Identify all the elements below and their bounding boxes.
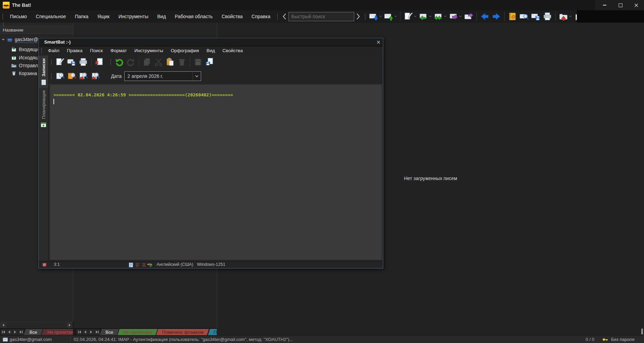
- list-tab-unread[interactable]: Не прочитано: [119, 329, 157, 335]
- export-to-file-button[interactable]: [204, 56, 215, 68]
- maximize-button[interactable]: [612, 0, 628, 10]
- spellcheck-icon: абв: [147, 262, 153, 268]
- move-to-folder-button[interactable]: [558, 11, 573, 22]
- smartbat-menu-tools[interactable]: Инструменты: [131, 46, 167, 55]
- toolbar-separator: [139, 58, 139, 67]
- smartbat-tab-scheduler[interactable]: Планировщик: [39, 88, 48, 130]
- save-note-button[interactable]: [66, 56, 77, 68]
- list-tab-parked[interactable]: Парков: [209, 329, 217, 335]
- menu-view[interactable]: Вид: [153, 10, 170, 23]
- print-note-button[interactable]: [77, 56, 89, 68]
- search-messages-button[interactable]: [518, 11, 530, 22]
- caret-position: 3:1: [54, 262, 60, 267]
- smartbat-menu-file[interactable]: Файл: [44, 46, 63, 55]
- new-message-button[interactable]: [402, 11, 418, 22]
- menu-tools[interactable]: Инструменты: [114, 10, 153, 23]
- search-forward-button[interactable]: [354, 12, 362, 21]
- reply-button[interactable]: [418, 11, 433, 22]
- quick-search-field[interactable]: [288, 12, 354, 21]
- get-mail-button[interactable]: [368, 11, 383, 22]
- delete-selection-button: [176, 56, 188, 68]
- folder-pane-hscrollbar[interactable]: [0, 322, 73, 329]
- note-page-icon: [41, 79, 47, 85]
- tab-next-button[interactable]: [12, 329, 18, 335]
- folder-tree-item-inbox[interactable]: Входящие: [11, 45, 41, 53]
- encoding-indicator[interactable]: Windows-1251: [197, 262, 225, 267]
- tab-last-button[interactable]: [94, 329, 100, 335]
- smartbat-date-select[interactable]: 2 апреля 2026 г.: [124, 71, 201, 81]
- menu-special[interactable]: Специальное: [32, 10, 71, 23]
- folder-tab-unread[interactable]: Не прочитано: [42, 329, 73, 335]
- paste-button[interactable]: [164, 56, 176, 68]
- trash-folder-icon: [11, 70, 17, 76]
- previous-message-button[interactable]: [479, 11, 491, 22]
- list-tab-flagged[interactable]: Помечено флажком: [157, 329, 208, 335]
- minimize-button[interactable]: [597, 0, 612, 10]
- password-status[interactable]: Без пароля: [611, 337, 634, 342]
- date-label: Дата: [111, 73, 122, 79]
- redirect-button[interactable]: [463, 11, 474, 22]
- smartbat-tab-notes[interactable]: Записки: [39, 56, 48, 88]
- smartbat-menu-search[interactable]: Поиск: [86, 46, 107, 55]
- combo-dropdown-button[interactable]: [193, 72, 201, 81]
- tab-prev-button[interactable]: [7, 329, 12, 335]
- minimize-icon: [603, 5, 606, 5]
- smartbat-menu-edit[interactable]: Правка: [63, 46, 86, 55]
- smartbat-menu-view[interactable]: Вид: [203, 46, 219, 55]
- page-arrow-right-magnifier-icon: [78, 71, 88, 81]
- view-tabs-row: Все Не прочитано Все Не прочитано Помече…: [0, 328, 217, 335]
- toolbar-empty-area: [577, 10, 644, 23]
- menu-workspace[interactable]: Рабочая область: [170, 10, 217, 23]
- tab-prev-button[interactable]: [83, 329, 88, 335]
- list-tab-all[interactable]: Все: [101, 329, 118, 335]
- send-mail-button[interactable]: [383, 11, 398, 22]
- tab-first-button[interactable]: [77, 329, 82, 335]
- new-note-button[interactable]: [54, 56, 66, 68]
- save-message-button[interactable]: [530, 11, 542, 22]
- main-menubar-toolbar: Письмо Специальное Папка Ящик Инструмент…: [0, 10, 644, 23]
- close-button[interactable]: [628, 0, 644, 10]
- toolbar-separator: [555, 12, 556, 21]
- reply-all-button[interactable]: [433, 11, 448, 22]
- scroll-right-button[interactable]: [66, 322, 72, 328]
- menu-options[interactable]: Свойства: [217, 10, 247, 23]
- find-button[interactable]: [54, 70, 66, 82]
- smartbat-note-editor[interactable]: >======< 02.04.2026 4:26:59 >===========…: [50, 84, 382, 260]
- tab-first-button[interactable]: [1, 329, 6, 335]
- menu-mailbox[interactable]: Ящик: [93, 10, 114, 23]
- tab-next-button[interactable]: [88, 329, 94, 335]
- copy-button: [141, 56, 153, 68]
- statusbar-account[interactable]: gas34ter@gmail.com: [10, 337, 52, 342]
- folder-column-header[interactable]: Название: [0, 26, 73, 34]
- find-in-all-notes-button[interactable]: [66, 70, 77, 82]
- preview-scrollbar-thumb[interactable]: [641, 329, 643, 334]
- search-back-button[interactable]: [280, 12, 288, 21]
- language-indicator[interactable]: Английский (США): [157, 262, 193, 267]
- smartbat-menu-options[interactable]: Свойства: [219, 46, 246, 55]
- smartbat-close-button[interactable]: [374, 38, 383, 46]
- folder-tree-item-trash[interactable]: Корзина: [11, 69, 37, 77]
- smartbat-menu-spelling[interactable]: Орфография: [167, 46, 203, 55]
- scroll-left-button[interactable]: [0, 322, 6, 328]
- menu-message[interactable]: Письмо: [5, 10, 32, 23]
- folder-tab-all[interactable]: Все: [25, 329, 42, 335]
- smartbat-menu-format[interactable]: Формат: [107, 46, 131, 55]
- quick-search-input[interactable]: [289, 14, 354, 19]
- find-next-button[interactable]: [77, 70, 89, 82]
- forward-button[interactable]: [448, 11, 463, 22]
- dropdown-chevron-icon: [414, 15, 417, 17]
- first-tab-icon: [78, 330, 82, 334]
- print-message-button[interactable]: [542, 11, 553, 22]
- address-book-button[interactable]: @: [507, 11, 518, 22]
- next-message-button[interactable]: [491, 11, 502, 22]
- menu-help[interactable]: Справка: [247, 10, 275, 23]
- undo-button[interactable]: [113, 56, 125, 68]
- find-previous-button[interactable]: [89, 70, 101, 82]
- menu-folder[interactable]: Папка: [70, 10, 93, 23]
- tab-last-button[interactable]: [18, 329, 24, 335]
- next-tab-icon: [90, 330, 92, 334]
- envelope-double-arrow-green-icon: [434, 12, 443, 21]
- printer-icon: [78, 57, 88, 67]
- delete-note-button[interactable]: [94, 56, 105, 68]
- smartbat-titlebar[interactable]: SmartBat :-): [39, 38, 383, 46]
